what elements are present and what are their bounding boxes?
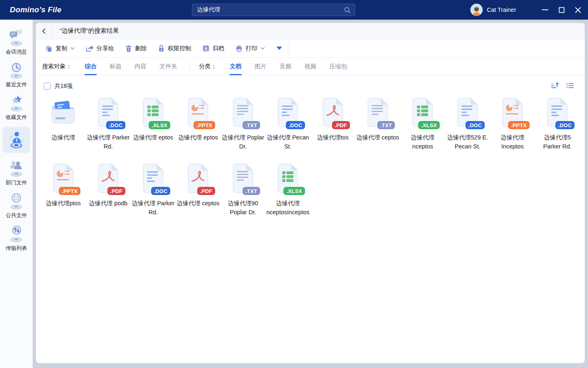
file-item[interactable]: .PDF边缘代理 podb xyxy=(86,163,131,217)
file-icon-wrap: .PPTX xyxy=(183,97,213,130)
file-name: 边缘代理 Inceptos xyxy=(491,133,534,151)
results-content: 共18项 边缘代理 .DOC边缘代理 Parker Rd. .XLSX边缘代理 … xyxy=(36,75,585,363)
sidebar-item-label: 部门文件 xyxy=(6,179,27,186)
close-button[interactable] xyxy=(573,0,582,20)
file-item[interactable]: .DOC边缘代理5 Parker Rd. xyxy=(535,97,580,151)
view-options xyxy=(551,82,574,91)
main-panel: “边缘代理”的搜索结果 复制分享给删除权限控制归档打印 搜索对象：综合标题内容文… xyxy=(36,23,585,363)
select-all-checkbox[interactable] xyxy=(44,83,51,90)
sidebar-item-personal-files[interactable] xyxy=(2,127,30,153)
file-item[interactable]: .DOC边缘代理529 E. Pecan St. xyxy=(445,97,490,151)
file-icon-wrap: .DOC xyxy=(138,163,168,196)
printer-icon xyxy=(235,45,243,52)
more-actions-caret-icon[interactable] xyxy=(276,47,282,50)
global-search[interactable] xyxy=(192,4,355,16)
category-tab-音频[interactable]: 音频 xyxy=(280,58,292,75)
sidebar-item-会话消息[interactable]: 会话消息 xyxy=(2,25,30,58)
chat-icon xyxy=(7,28,25,47)
filetype-badge: .TXT xyxy=(243,121,260,129)
person-icon xyxy=(7,130,25,149)
target-tab-综合[interactable]: 综合 xyxy=(85,58,97,75)
sidebar-item-label: 会话消息 xyxy=(6,48,27,56)
file-item[interactable]: .PPTX边缘代理ptos xyxy=(41,163,86,217)
file-item[interactable]: .DOC边缘代理 Parker Rd. xyxy=(86,97,131,151)
category-tab-压缩包[interactable]: 压缩包 xyxy=(330,58,347,75)
file-item[interactable]: .PPTX边缘代理 eptos xyxy=(176,97,220,151)
file-item[interactable]: .XLSX边缘代理 nceptos xyxy=(400,97,445,151)
sidebar-item-收藏文件[interactable]: 收藏文件 xyxy=(2,91,30,123)
chevron-down-icon xyxy=(261,47,265,50)
file-name: 边缘代理 ceptos xyxy=(177,199,220,208)
toolbar-button-权限控制[interactable]: 权限控制 xyxy=(158,45,192,52)
file-item[interactable]: .TXT边缘代理90 Poplar Dr. xyxy=(220,163,265,217)
toolbar-button-label: 打印 xyxy=(246,45,258,52)
file-icon-wrap: .DOC xyxy=(94,97,123,130)
file-name: 边缘代理 podb xyxy=(89,199,127,208)
team-icon xyxy=(7,159,25,178)
sidebar-item-部门文件[interactable]: 部门文件 xyxy=(2,156,30,189)
file-item[interactable]: .PDF边缘代理 ceptos xyxy=(176,163,220,217)
filetype-badge: .TXT xyxy=(377,121,395,129)
file-name: 边缘代理5 Parker Rd. xyxy=(536,133,579,151)
sidebar-item-公共文件[interactable]: 公共文件 xyxy=(2,189,30,222)
item-count: 共18项 xyxy=(54,82,73,90)
file-item[interactable]: .XLSX边缘代理nceptosInceptos xyxy=(265,163,310,217)
sidebar-item-最近文件[interactable]: 最近文件 xyxy=(2,58,30,91)
file-item[interactable]: .PDF边缘代理tos xyxy=(310,97,355,151)
sidebar: 会话消息最近文件收藏文件部门文件公共文件传输列表 xyxy=(0,20,33,368)
count-row: 共18项 xyxy=(36,79,585,92)
file-item[interactable]: .PPTX边缘代理 Inceptos xyxy=(490,97,535,151)
minimize-button[interactable] xyxy=(541,0,550,20)
user-name[interactable]: Cat Trainer xyxy=(487,7,516,13)
file-item[interactable]: .TXT边缘代理 ceptos xyxy=(355,97,400,151)
topbar: Domino's File Cat Trainer xyxy=(0,0,588,20)
category-tab-视频[interactable]: 视频 xyxy=(305,58,316,75)
file-icon-wrap: .PDF xyxy=(318,97,347,130)
file-name: 边缘代理 Pecan St. xyxy=(266,133,310,151)
file-name: 边缘代理 ceptos xyxy=(356,133,399,142)
toolbar-button-label: 权限控制 xyxy=(168,45,192,52)
folder-item[interactable]: 边缘代理 xyxy=(41,97,86,151)
target-tab-内容[interactable]: 内容 xyxy=(135,58,147,75)
toolbar-button-打印[interactable]: 打印 xyxy=(235,45,265,52)
file-icon-wrap: .PPTX xyxy=(498,97,527,130)
toolbar-button-分享给[interactable]: 分享给 xyxy=(85,45,114,52)
file-name: 边缘代理529 E. Pecan St. xyxy=(446,133,489,151)
sidebar-item-label: 最近文件 xyxy=(6,81,27,88)
avatar[interactable] xyxy=(470,4,483,16)
toolbar-divider xyxy=(288,43,288,53)
search-icon[interactable] xyxy=(344,7,351,13)
file-icon-wrap: .XLSX xyxy=(138,97,168,130)
category-tab-图片[interactable]: 图片 xyxy=(255,58,267,75)
file-name: 边缘代理 eptos xyxy=(178,133,218,142)
sidebar-item-传输列表[interactable]: 传输列表 xyxy=(2,222,30,254)
category-tab-文档[interactable]: 文档 xyxy=(230,58,242,75)
target-tab-标题[interactable]: 标题 xyxy=(110,58,122,75)
maximize-button[interactable] xyxy=(557,0,566,20)
toolbar-button-label: 复制 xyxy=(56,45,67,52)
filter-divider xyxy=(189,62,190,70)
toolbar-button-删除[interactable]: 删除 xyxy=(125,45,147,52)
filetype-badge: .XLSX xyxy=(418,121,440,129)
search-input[interactable] xyxy=(192,7,344,13)
sort-icon[interactable] xyxy=(551,82,559,91)
file-name: 边缘代理90 Poplar Dr. xyxy=(221,199,265,217)
sidebar-item-label: 公共文件 xyxy=(6,212,27,219)
file-item[interactable]: .XLSX边缘代理 eptos xyxy=(131,97,176,151)
target-tab-文件夹[interactable]: 文件夹 xyxy=(160,58,178,75)
back-button[interactable] xyxy=(36,23,52,39)
toolbar-button-复制[interactable]: 复制 xyxy=(45,45,75,52)
header-divider xyxy=(52,23,53,39)
file-item[interactable]: .DOC边缘代理 Parker Rd. xyxy=(131,163,176,217)
file-name: 边缘代理 eptos xyxy=(133,133,173,142)
toolbar-button-归档[interactable]: 归档 xyxy=(202,45,225,52)
copy-icon xyxy=(45,45,53,52)
file-name: 边缘代理tos xyxy=(317,133,348,142)
list-view-icon[interactable] xyxy=(566,82,574,91)
file-item[interactable]: .DOC边缘代理 Pecan St. xyxy=(265,97,310,151)
file-name: 边缘代理 nceptos xyxy=(401,133,444,151)
file-item[interactable]: .TXT边缘代理 Poplar Dr. xyxy=(220,97,265,151)
archive-icon xyxy=(202,45,210,52)
filetype-badge: .PPTX xyxy=(194,121,215,129)
file-name: 边缘代理 Poplar Dr. xyxy=(221,133,265,151)
